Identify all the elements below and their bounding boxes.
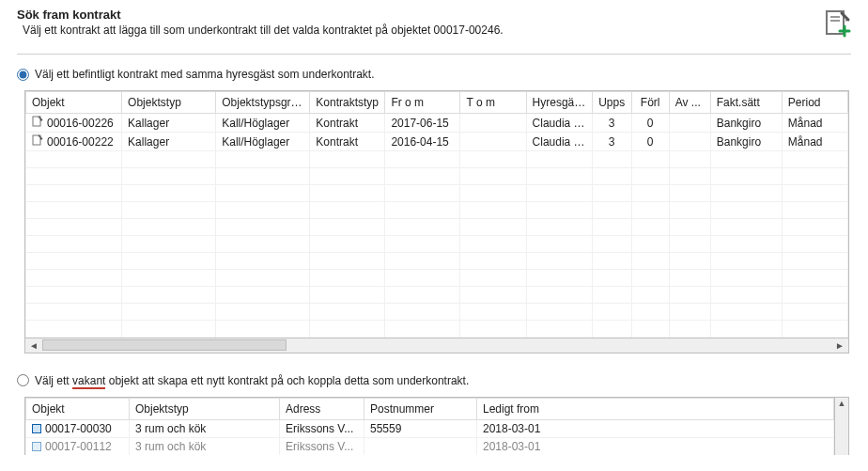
scroll-left-icon[interactable]: ◄ xyxy=(27,339,40,351)
table-row-empty xyxy=(26,270,848,287)
scroll-up-icon[interactable]: ▲ xyxy=(835,398,848,409)
cell-forl: 0 xyxy=(631,133,669,151)
table-row-empty xyxy=(26,304,848,321)
cell-period: Månad xyxy=(782,114,847,133)
col-period[interactable]: Period xyxy=(782,92,847,114)
table-row-empty xyxy=(26,321,848,338)
table-row[interactable]: 00016-00222KallagerKall/HöglagerKontrakt… xyxy=(26,133,848,151)
cell-av xyxy=(669,114,710,133)
document-icon xyxy=(32,116,43,130)
horizontal-scrollbar[interactable]: ◄ ► xyxy=(24,338,849,353)
cell-grupp: Kall/Höglager xyxy=(216,114,310,133)
page-subtitle: Välj ett kontrakt att lägga till som und… xyxy=(23,24,504,37)
opt2-pre: Välj ett xyxy=(35,374,72,387)
table-row-empty xyxy=(26,236,848,253)
option-existing-radio[interactable] xyxy=(17,69,29,81)
cell-postnr: 55559 xyxy=(364,419,477,437)
cell-tom xyxy=(460,114,526,133)
opt2-post: objekt att skapa ett nytt kontrakt på oc… xyxy=(105,374,469,387)
cell-ktyp: Kontrakt xyxy=(310,114,385,133)
col-av[interactable]: Av ... xyxy=(669,92,710,114)
col-kontraktstyp[interactable]: Kontraktstyp xyxy=(310,92,385,114)
vertical-scrollbar[interactable]: ▲ xyxy=(835,397,849,455)
col2-adress[interactable]: Adress xyxy=(280,398,364,419)
cell-hg: Claudia E... xyxy=(526,133,592,151)
col-hyresgast[interactable]: Hyresgäs... xyxy=(526,92,592,114)
option-existing-label: Välj ett befintligt kontrakt med samma h… xyxy=(35,68,375,81)
option-vacant-radio[interactable] xyxy=(17,374,29,386)
cell-ledig: 2018-03-01 xyxy=(477,419,834,437)
cell-tom xyxy=(460,133,526,151)
cell-av xyxy=(669,133,710,151)
col-upps[interactable]: Upps xyxy=(592,92,631,114)
opt2-mid: vakant xyxy=(72,374,105,389)
cell-objektstyp: Kallager xyxy=(122,114,216,133)
new-contract-icon[interactable] xyxy=(823,8,851,40)
cell-forl: 0 xyxy=(631,114,669,133)
col2-ledigtfrom[interactable]: Ledigt from xyxy=(477,398,834,419)
document-icon xyxy=(32,134,43,149)
vacant-objects-table[interactable]: Objekt Objektstyp Adress Postnummer Ledi… xyxy=(25,398,834,455)
table-row-empty xyxy=(26,253,848,270)
col-faktsatt[interactable]: Fakt.sätt xyxy=(710,92,782,114)
col2-objekt[interactable]: Objekt xyxy=(26,398,130,419)
table-row-empty xyxy=(26,287,848,304)
cell-objekt: 00016-00226 xyxy=(47,117,114,130)
cell-adress: Erikssons V... xyxy=(280,419,364,437)
divider xyxy=(17,54,851,55)
option-vacant-label: Välj ett vakant objekt att skapa ett nyt… xyxy=(35,374,469,387)
col2-postnummer[interactable]: Postnummer xyxy=(364,398,477,419)
cell-adress: Erikssons V... xyxy=(280,437,364,455)
cell-objektstyp: Kallager xyxy=(122,133,216,151)
cell-otyp: 3 rum och kök xyxy=(130,437,280,455)
table-row[interactable]: 00017-001123 rum och kökErikssons V...20… xyxy=(26,437,834,455)
col-forl[interactable]: Förl xyxy=(631,92,669,114)
cell-from: 2017-06-15 xyxy=(385,114,460,133)
cell-grupp: Kall/Höglager xyxy=(216,133,310,151)
col-tom[interactable]: T o m xyxy=(460,92,526,114)
cell-objekt: 00017-00030 xyxy=(45,422,112,435)
page-title: Sök fram kontrakt xyxy=(17,8,504,22)
table-row[interactable]: 00017-000303 rum och kökErikssons V...55… xyxy=(26,419,834,437)
cell-fakt: Bankgiro xyxy=(710,133,782,151)
col-objektstyp[interactable]: Objektstyp xyxy=(122,92,216,114)
col-from[interactable]: Fr o m xyxy=(385,92,460,114)
col2-objektstyp[interactable]: Objektstyp xyxy=(130,398,280,419)
scroll-thumb[interactable] xyxy=(42,339,287,351)
cell-period: Månad xyxy=(782,133,847,151)
cell-from: 2016-04-15 xyxy=(385,133,460,151)
contracts-table[interactable]: Objekt Objektstyp Objektstypsgrupp Kontr… xyxy=(25,91,848,338)
cell-ktyp: Kontrakt xyxy=(310,133,385,151)
cell-objekt: 00016-00222 xyxy=(47,135,114,149)
object-icon xyxy=(32,424,41,433)
table-row[interactable]: 00016-00226KallagerKall/HöglagerKontrakt… xyxy=(26,114,848,133)
cell-fakt: Bankgiro xyxy=(710,114,782,133)
col-objektstypsgrupp[interactable]: Objektstypsgrupp xyxy=(216,92,310,114)
cell-upps: 3 xyxy=(592,133,631,151)
cell-upps: 3 xyxy=(592,114,631,133)
cell-ledig: 2018-03-01 xyxy=(477,437,834,455)
cell-hg: Claudia E... xyxy=(526,114,592,133)
scroll-right-icon[interactable]: ► xyxy=(833,339,846,351)
object-icon xyxy=(32,442,41,451)
table-row-empty xyxy=(26,151,848,168)
cell-objekt: 00017-00112 xyxy=(45,440,112,453)
table-row-empty xyxy=(26,168,848,185)
cell-otyp: 3 rum och kök xyxy=(130,419,280,437)
table-row-empty xyxy=(26,185,848,202)
col-objekt[interactable]: Objekt xyxy=(26,92,122,114)
cell-postnr xyxy=(364,437,477,455)
table-row-empty xyxy=(26,219,848,236)
table-row-empty xyxy=(26,202,848,219)
